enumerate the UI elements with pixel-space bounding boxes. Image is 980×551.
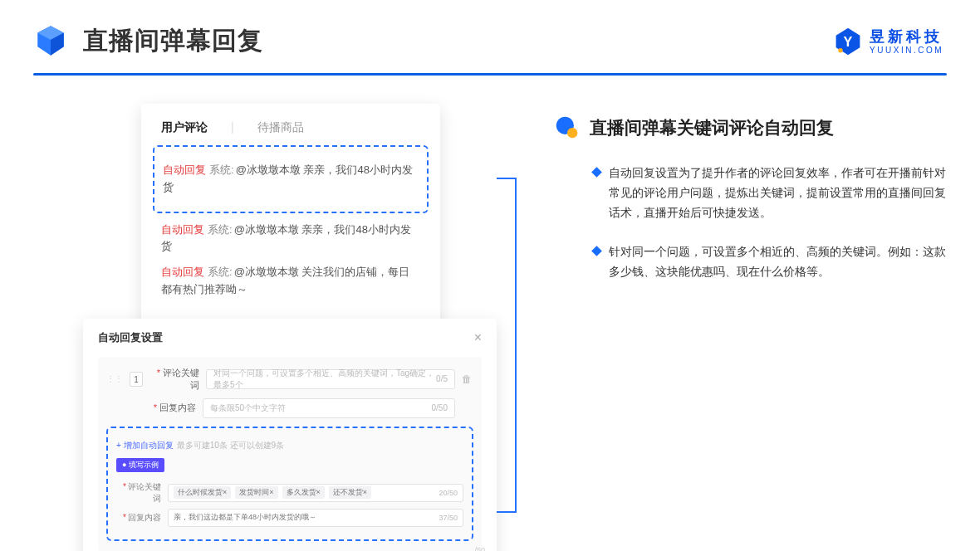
example-badge: ● 填写示例: [116, 458, 164, 472]
ex-keyword-chips[interactable]: 什么时候发货× 发货时间× 多久发货× 还不发货× 20/50: [168, 484, 463, 502]
keyword-chip[interactable]: 还不发货×: [329, 486, 371, 499]
example-highlight: + 增加自动回复最多可建10条 还可以创建9条 ● 填写示例 *评论关键词 什么…: [106, 427, 473, 541]
svg-point-1: [838, 48, 842, 52]
ex-keyword-label: *评论关键词: [116, 481, 161, 505]
brand-mark-icon: Y: [833, 27, 863, 56]
add-hint: 最多可建10条 还可以创建9条: [177, 441, 284, 450]
connector-line: [497, 170, 522, 520]
bullet-item: 自动回复设置为了提升作者的评论回复效率，作者可在开播前针对常见的评论用户问题，提…: [555, 163, 947, 222]
highlighted-comment: 自动回复系统:@冰墩墩本墩 亲亲，我们48小时内发货: [153, 145, 429, 213]
brand-name-en: YUUXIN.COM: [870, 46, 943, 55]
section-title: 直播间弹幕关键词评论自动回复: [590, 116, 834, 139]
keyword-chip[interactable]: 多久发货×: [282, 486, 325, 499]
cube-icon: [33, 23, 68, 58]
drag-handle-icon[interactable]: ⋮⋮: [106, 374, 123, 383]
keyword-chip[interactable]: 什么时候发货×: [174, 486, 231, 499]
comment-item: 自动回复系统:@冰墩墩本墩 亲亲，我们48小时内发货: [161, 222, 420, 256]
diamond-bullet-icon: [591, 246, 602, 257]
delete-icon[interactable]: 🗑: [462, 373, 473, 385]
ex-reply-text[interactable]: 亲，我们这边都是下单48小时内发货的哦～37/50: [168, 509, 463, 527]
add-auto-reply-link[interactable]: + 增加自动回复: [116, 441, 174, 450]
auto-reply-settings-panel: 自动回复设置 × ⋮⋮ 1 *评论关键词 对同一个问题，可设置多个相近、高频的关…: [83, 319, 497, 551]
svg-point-3: [567, 128, 577, 138]
brand-logo: Y 昱新科技 YUUXIN.COM: [833, 27, 943, 56]
keyword-input[interactable]: 对同一个问题，可设置多个相近、高频的关键词，Tag确定，最多5个0/5: [206, 369, 455, 389]
tab-user-comments[interactable]: 用户评论: [161, 120, 208, 135]
svg-text:Y: Y: [844, 34, 853, 49]
auto-reply-tag: 自动回复: [163, 163, 206, 176]
chat-bubble-icon: [555, 115, 580, 140]
diamond-bullet-icon: [591, 167, 602, 178]
ex-reply-label: *回复内容: [116, 512, 161, 524]
reply-input[interactable]: 每条限50个中文字符0/50: [203, 398, 455, 418]
ghost-count: /50: [474, 546, 485, 551]
keyword-label: *评论关键词: [149, 367, 199, 392]
tab-separator: |: [231, 120, 234, 135]
bullet-item: 针对同一个问题，可设置多个相近的、高频的关键词。例如：这款多少钱、这块能优惠吗、…: [555, 242, 947, 282]
reply-label: *回复内容: [146, 402, 196, 414]
close-icon[interactable]: ×: [474, 330, 482, 345]
brand-name-cn: 昱新科技: [870, 29, 943, 44]
tab-pending-products[interactable]: 待播商品: [257, 120, 304, 135]
comment-item: 自动回复系统:@冰墩墩本墩 关注我们的店铺，每日都有热门推荐呦～: [161, 264, 420, 299]
rule-ordinal: 1: [130, 372, 143, 387]
settings-title: 自动回复设置: [98, 330, 163, 345]
page-title: 直播间弹幕回复: [83, 24, 263, 58]
comments-panel: 用户评论 | 待播商品 自动回复系统:@冰墩墩本墩 亲亲，我们48小时内发货 自…: [141, 104, 440, 327]
keyword-chip[interactable]: 发货时间×: [235, 486, 277, 499]
